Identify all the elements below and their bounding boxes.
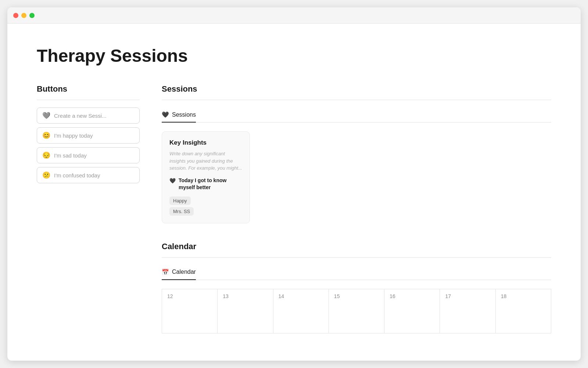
- app-window: Therapy Sessions Buttons 🩶 Create a new …: [7, 7, 581, 361]
- calendar-tab-label: Calendar: [172, 269, 196, 275]
- confused-today-button[interactable]: 😕 I'm confused today: [37, 167, 140, 183]
- card-tags: Happy Mrs. SS: [169, 197, 242, 216]
- calendar-day-number: 12: [167, 293, 173, 299]
- page-title: Therapy Sessions: [37, 46, 551, 66]
- calendar-day-cell: 17: [440, 289, 495, 333]
- happy-today-button[interactable]: 😊 I'm happy today: [37, 127, 140, 144]
- insight-heart-icon: 🖤: [169, 178, 176, 184]
- calendar-day-cell: 14: [273, 289, 329, 333]
- heart-icon: 🩶: [42, 112, 50, 120]
- calendar-day-number: 17: [445, 293, 451, 299]
- calendar-day-number: 18: [501, 293, 507, 299]
- calendar-day-cell: 16: [384, 289, 440, 333]
- main-layout: Buttons 🩶 Create a new Sessi... 😊 I'm ha…: [37, 84, 551, 333]
- create-session-label: Create a new Sessi...: [54, 113, 107, 119]
- sad-today-button[interactable]: 😔 I'm sad today: [37, 147, 140, 163]
- sessions-tab-label: Sessions: [172, 112, 196, 118]
- happy-today-label: I'm happy today: [54, 132, 93, 139]
- card-title: Key Insights: [169, 139, 242, 146]
- traffic-lights: [13, 13, 35, 18]
- left-panel: Buttons 🩶 Create a new Sessi... 😊 I'm ha…: [37, 84, 140, 333]
- sad-face-icon: 😔: [42, 151, 50, 159]
- card-insight: 🖤 Today I got to know myself better: [169, 177, 242, 191]
- maximize-button[interactable]: [29, 13, 35, 18]
- sad-today-label: I'm sad today: [54, 152, 87, 159]
- card-description: Write down any significant insights you …: [169, 150, 242, 172]
- calendar-day-number: 13: [223, 293, 229, 299]
- calendar-days-row: 12131415161718: [162, 289, 551, 333]
- right-panel: Sessions 🖤 Sessions Key Insights Write d…: [162, 84, 551, 333]
- buttons-divider: [37, 100, 140, 100]
- main-content: Therapy Sessions Buttons 🩶 Create a new …: [7, 24, 581, 361]
- sessions-section: Sessions 🖤 Sessions Key Insights Write d…: [162, 84, 551, 223]
- session-card: Key Insights Write down any significant …: [162, 131, 250, 223]
- calendar-tab[interactable]: 📅 Calendar: [162, 265, 196, 280]
- calendar-day-cell: 15: [329, 289, 384, 333]
- title-bar: [7, 7, 581, 24]
- sessions-tab[interactable]: 🖤 Sessions: [162, 107, 196, 123]
- minimize-button[interactable]: [21, 13, 26, 18]
- tag-therapist: Mrs. SS: [169, 207, 194, 216]
- calendar-day-cell: 12: [162, 289, 218, 333]
- calendar-day-cell: 18: [496, 289, 551, 333]
- tag-happy: Happy: [169, 197, 191, 205]
- calendar-day-cell: 13: [218, 289, 273, 333]
- calendar-day-number: 15: [334, 293, 340, 299]
- confused-face-icon: 😕: [42, 171, 50, 179]
- insight-text: Today I got to know myself better: [179, 177, 242, 191]
- happy-face-icon: 😊: [42, 131, 50, 139]
- create-session-button[interactable]: 🩶 Create a new Sessi...: [37, 107, 140, 124]
- calendar-tab-bar: 📅 Calendar: [162, 265, 551, 280]
- calendar-divider: [162, 257, 551, 258]
- calendar-day-number: 14: [279, 293, 284, 299]
- confused-today-label: I'm confused today: [54, 172, 100, 178]
- calendar-day-number: 16: [390, 293, 395, 299]
- sessions-divider: [162, 100, 551, 100]
- sessions-tab-bar: 🖤 Sessions: [162, 107, 551, 123]
- button-list: 🩶 Create a new Sessi... 😊 I'm happy toda…: [37, 107, 140, 183]
- sessions-tab-heart-icon: 🖤: [162, 111, 169, 118]
- calendar-tab-icon: 📅: [162, 269, 169, 276]
- buttons-section-title: Buttons: [37, 84, 140, 94]
- calendar-section: Calendar 📅 Calendar 12131415161718: [162, 242, 551, 333]
- close-button[interactable]: [13, 13, 18, 18]
- calendar-section-title: Calendar: [162, 242, 551, 251]
- sessions-section-title: Sessions: [162, 84, 551, 94]
- calendar-grid: 12131415161718: [162, 289, 551, 333]
